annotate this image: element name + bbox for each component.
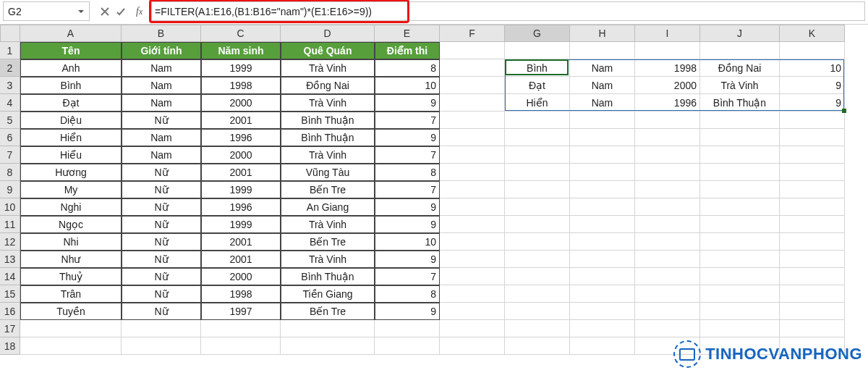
cancel-icon[interactable] (100, 7, 110, 17)
cell-J3[interactable]: Trà Vinh (700, 77, 780, 94)
cell-I4[interactable]: 1996 (635, 94, 700, 112)
cell-C9[interactable]: 1999 (201, 181, 281, 198)
cell-G1[interactable] (505, 42, 570, 59)
cell-E4[interactable]: 9 (375, 94, 440, 112)
fx-icon[interactable]: fx (136, 6, 142, 17)
cell-F11[interactable] (440, 216, 505, 233)
col-header-I[interactable]: I (635, 25, 700, 42)
col-header-G[interactable]: G (505, 25, 570, 42)
cell-D11[interactable]: Trà Vinh (281, 216, 375, 233)
cell-D7[interactable]: Trà Vinh (281, 146, 375, 164)
cell-I12[interactable] (635, 233, 700, 251)
cell-K16[interactable] (780, 303, 845, 320)
cell-B9[interactable]: Nữ (122, 181, 201, 198)
cell-C8[interactable]: 2001 (201, 164, 281, 181)
cell-A1[interactable]: Tên (20, 42, 122, 59)
cell-C1[interactable]: Năm sinh (201, 42, 281, 59)
cell-E12[interactable]: 10 (375, 233, 440, 251)
cell-E16[interactable]: 9 (375, 303, 440, 320)
cell-K6[interactable] (780, 129, 845, 146)
cell-I6[interactable] (635, 129, 700, 146)
cell-J5[interactable] (700, 112, 780, 129)
cell-B14[interactable]: Nữ (122, 268, 201, 285)
cell-E8[interactable]: 8 (375, 164, 440, 181)
cell-F15[interactable] (440, 285, 505, 303)
cell-C18[interactable] (201, 337, 281, 355)
cell-F7[interactable] (440, 146, 505, 164)
cell-K15[interactable] (780, 285, 845, 303)
row-header-5[interactable]: 5 (0, 112, 20, 129)
row-header-9[interactable]: 9 (0, 181, 20, 198)
cell-F18[interactable] (440, 337, 505, 355)
cell-F6[interactable] (440, 129, 505, 146)
select-all-corner[interactable] (0, 25, 20, 42)
cell-J15[interactable] (700, 285, 780, 303)
cell-B16[interactable]: Nữ (122, 303, 201, 320)
cell-K17[interactable] (780, 320, 845, 337)
cell-J7[interactable] (700, 146, 780, 164)
cell-I1[interactable] (635, 42, 700, 59)
cell-J6[interactable] (700, 129, 780, 146)
cell-J11[interactable] (700, 216, 780, 233)
cell-A6[interactable]: Hiển (20, 129, 122, 146)
cell-B4[interactable]: Nam (122, 94, 201, 112)
cell-F5[interactable] (440, 112, 505, 129)
cell-K1[interactable] (780, 42, 845, 59)
cell-B7[interactable]: Nam (122, 146, 201, 164)
cell-D15[interactable]: Tiền Giang (281, 285, 375, 303)
row-header-15[interactable]: 15 (0, 285, 20, 303)
cell-J9[interactable] (700, 181, 780, 198)
cell-A4[interactable]: Đạt (20, 94, 122, 112)
cell-E11[interactable]: 9 (375, 216, 440, 233)
cell-C7[interactable]: 2000 (201, 146, 281, 164)
cell-J13[interactable] (700, 251, 780, 268)
cell-H13[interactable] (570, 251, 635, 268)
cell-F8[interactable] (440, 164, 505, 181)
cell-B15[interactable]: Nữ (122, 285, 201, 303)
col-header-A[interactable]: A (20, 25, 122, 42)
cell-K9[interactable] (780, 181, 845, 198)
cell-E10[interactable]: 9 (375, 198, 440, 216)
cell-C12[interactable]: 2001 (201, 233, 281, 251)
cell-K2[interactable]: 10 (780, 59, 845, 77)
col-header-F[interactable]: F (440, 25, 505, 42)
cell-G9[interactable] (505, 181, 570, 198)
cell-B10[interactable]: Nữ (122, 198, 201, 216)
cell-C10[interactable]: 1996 (201, 198, 281, 216)
cell-E13[interactable]: 9 (375, 251, 440, 268)
cell-C15[interactable]: 1998 (201, 285, 281, 303)
cell-C6[interactable]: 1996 (201, 129, 281, 146)
cell-B13[interactable]: Nữ (122, 251, 201, 268)
cell-I16[interactable] (635, 303, 700, 320)
cell-E18[interactable] (375, 337, 440, 355)
cell-J16[interactable] (700, 303, 780, 320)
cell-F1[interactable] (440, 42, 505, 59)
cell-I2[interactable]: 1998 (635, 59, 700, 77)
cell-A10[interactable]: Nghi (20, 198, 122, 216)
cell-A18[interactable] (20, 337, 122, 355)
cell-D4[interactable]: Trà Vinh (281, 94, 375, 112)
cell-A8[interactable]: Hương (20, 164, 122, 181)
cell-H16[interactable] (570, 303, 635, 320)
cell-C3[interactable]: 1998 (201, 77, 281, 94)
cell-C5[interactable]: 2001 (201, 112, 281, 129)
cell-K12[interactable] (780, 233, 845, 251)
cell-C14[interactable]: 2000 (201, 268, 281, 285)
cell-B3[interactable]: Nam (122, 77, 201, 94)
cell-C17[interactable] (201, 320, 281, 337)
cell-A14[interactable]: Thuỷ (20, 268, 122, 285)
cell-G18[interactable] (505, 337, 570, 355)
cell-C13[interactable]: 2001 (201, 251, 281, 268)
cell-F3[interactable] (440, 77, 505, 94)
cell-I8[interactable] (635, 164, 700, 181)
row-header-17[interactable]: 17 (0, 320, 20, 337)
cell-H9[interactable] (570, 181, 635, 198)
cell-A3[interactable]: Bình (20, 77, 122, 94)
cell-B8[interactable]: Nữ (122, 164, 201, 181)
cell-K3[interactable]: 9 (780, 77, 845, 94)
cell-E14[interactable]: 7 (375, 268, 440, 285)
cell-K8[interactable] (780, 164, 845, 181)
cell-J14[interactable] (700, 268, 780, 285)
cell-G11[interactable] (505, 216, 570, 233)
row-header-10[interactable]: 10 (0, 198, 20, 216)
